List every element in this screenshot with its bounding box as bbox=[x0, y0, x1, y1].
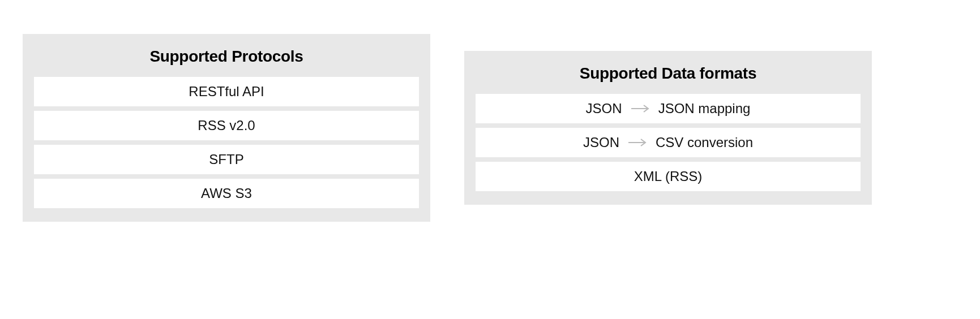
arrow-right-icon bbox=[627, 137, 648, 148]
formats-title: Supported Data formats bbox=[476, 64, 861, 83]
protocol-label: RESTful API bbox=[189, 84, 264, 100]
protocol-label: AWS S3 bbox=[201, 186, 252, 201]
protocols-title: Supported Protocols bbox=[34, 48, 419, 66]
protocol-label: SFTP bbox=[209, 152, 243, 167]
list-item: SFTP bbox=[34, 145, 419, 174]
format-to: JSON mapping bbox=[658, 101, 751, 117]
list-item: XML (RSS) bbox=[476, 162, 861, 191]
list-item: AWS S3 bbox=[34, 179, 419, 208]
format-from: JSON bbox=[586, 101, 622, 117]
format-from: JSON bbox=[583, 135, 619, 150]
list-item: RESTful API bbox=[34, 77, 419, 106]
format-label: XML (RSS) bbox=[634, 169, 702, 184]
list-item: RSS v2.0 bbox=[34, 111, 419, 140]
list-item: JSON CSV conversion bbox=[476, 128, 861, 157]
format-to: CSV conversion bbox=[656, 135, 753, 150]
protocol-label: RSS v2.0 bbox=[198, 118, 255, 133]
protocols-panel: Supported Protocols RESTful API RSS v2.0… bbox=[23, 34, 430, 222]
arrow-right-icon bbox=[630, 103, 651, 114]
formats-panel: Supported Data formats JSON JSON mapping… bbox=[464, 51, 872, 205]
list-item: JSON JSON mapping bbox=[476, 94, 861, 123]
